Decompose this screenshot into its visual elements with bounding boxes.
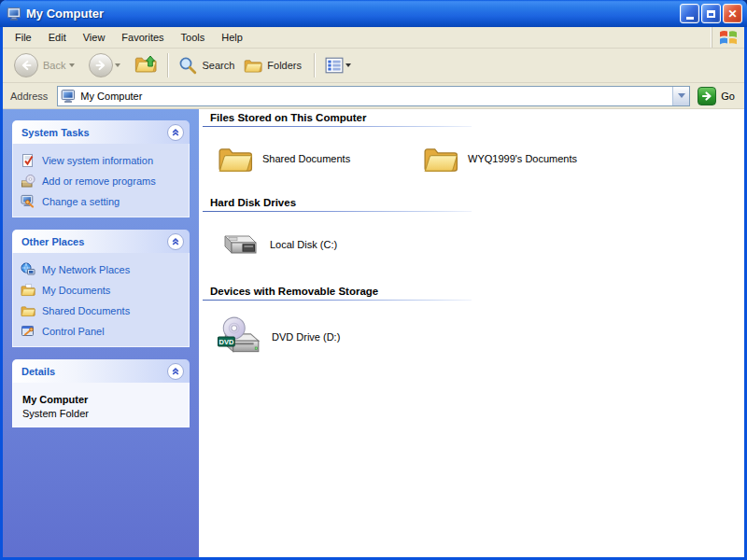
forward-icon (89, 53, 113, 77)
collapse-button[interactable] (167, 363, 184, 380)
add-remove-programs-icon (21, 174, 35, 189)
window-title: My Computer (26, 7, 678, 21)
hard-disk-icon (218, 227, 261, 262)
menu-edit[interactable]: Edit (40, 29, 75, 46)
menu-bar: File Edit View Favorites Tools Help (3, 27, 744, 49)
task-add-or-remove-programs[interactable]: Add or remove programs (21, 173, 181, 189)
details-header[interactable]: Details (12, 359, 190, 383)
chevron-up-icon (171, 237, 180, 246)
chevron-down-icon (678, 93, 685, 98)
section-title-hard-disks: Hard Disk Drives (203, 196, 744, 208)
go-arrow-icon (701, 91, 712, 102)
search-button[interactable]: Search (175, 50, 240, 80)
maximize-icon (707, 10, 715, 18)
menu-view[interactable]: View (75, 29, 114, 46)
up-button[interactable] (131, 50, 161, 80)
folders-label: Folders (267, 60, 302, 71)
menu-file[interactable]: File (7, 29, 40, 46)
address-label: Address (3, 91, 57, 102)
up-folder-icon (134, 55, 157, 76)
item-label: Shared Documents (262, 153, 350, 164)
details-title: Details (21, 366, 167, 377)
dvd-drive-icon: DVD (218, 312, 262, 362)
views-icon (325, 56, 344, 75)
item-local-disk-c[interactable]: Local Disk (C:) (218, 227, 423, 262)
shared-documents-icon (21, 303, 35, 318)
title-bar: My Computer ✕ (0, 0, 747, 27)
other-places-header[interactable]: Other Places (12, 230, 190, 253)
task-change-a-setting[interactable]: Change a setting (21, 193, 181, 209)
link-control-panel[interactable]: Control Panel (21, 323, 181, 339)
item-wyq1999s-documents[interactable]: WYQ1999's Documents (423, 143, 628, 175)
menu-tools[interactable]: Tools (173, 29, 214, 46)
my-documents-icon (21, 283, 35, 298)
link-label: My Documents (42, 285, 110, 296)
collapse-button[interactable] (167, 233, 184, 250)
details-item-type: System Folder (22, 408, 181, 419)
disks-row: Local Disk (C:) (218, 227, 744, 262)
toolbar: Back Search Folders (3, 49, 744, 83)
link-label: Shared Documents (42, 305, 130, 316)
system-tasks-panel: System Tasks View system information (12, 120, 190, 217)
task-label: Change a setting (42, 196, 120, 207)
item-shared-documents[interactable]: Shared Documents (218, 143, 423, 175)
system-tasks-header[interactable]: System Tasks (12, 120, 190, 144)
toolbar-separator (314, 53, 315, 77)
item-dvd-drive-d[interactable]: DVD DVD Drive (D:) (218, 312, 423, 362)
windows-logo-icon (712, 27, 744, 48)
task-view-system-information[interactable]: View system information (21, 152, 181, 168)
link-shared-documents[interactable]: Shared Documents (21, 302, 181, 318)
task-label: Add or remove programs (42, 175, 156, 187)
section-divider (203, 300, 472, 301)
network-places-icon (21, 262, 35, 277)
go-button[interactable] (698, 87, 716, 105)
other-places-body: My Network Places My Documents Shared Do… (12, 253, 190, 347)
link-label: Control Panel (42, 326, 105, 337)
toolbar-separator (167, 53, 168, 77)
search-icon (178, 56, 197, 75)
folders-icon (244, 56, 262, 75)
my-computer-icon (61, 89, 76, 104)
section-divider (203, 126, 472, 127)
minimize-button[interactable] (680, 4, 699, 23)
item-label: DVD Drive (D:) (272, 331, 340, 343)
task-pane-sidebar: System Tasks View system information (3, 109, 199, 557)
section-title-removable: Devices with Removable Storage (203, 285, 744, 297)
details-body: My Computer System Folder (12, 383, 190, 427)
close-button[interactable]: ✕ (723, 4, 742, 23)
close-icon: ✕ (727, 8, 737, 20)
go-area: Go (690, 87, 740, 105)
link-my-documents[interactable]: My Documents (21, 282, 181, 298)
folders-button[interactable]: Folders (240, 50, 307, 80)
files-row: Shared Documents WYQ1999's Documents (218, 143, 744, 175)
content-area: System Tasks View system information (3, 109, 744, 557)
my-computer-window: My Computer ✕ File Edit View Favorites T… (0, 0, 747, 560)
chevron-up-icon (171, 128, 180, 137)
maximize-button[interactable] (701, 4, 721, 23)
search-label: Search (202, 60, 234, 71)
other-places-panel: Other Places My Network Places (12, 230, 190, 347)
details-item-name: My Computer (22, 394, 181, 405)
item-label: Local Disk (C:) (270, 239, 337, 250)
dvd-badge-label: DVD (218, 338, 233, 346)
go-label[interactable]: Go (721, 91, 735, 102)
change-setting-icon (21, 194, 35, 209)
forward-button[interactable] (85, 50, 131, 80)
removable-row: DVD DVD Drive (D:) (218, 312, 744, 362)
chevron-up-icon (171, 367, 180, 376)
back-label: Back (43, 60, 65, 71)
back-dropdown-icon[interactable] (69, 63, 75, 67)
address-dropdown-button[interactable] (672, 87, 689, 105)
back-button[interactable]: Back (10, 50, 85, 80)
control-panel-icon (21, 324, 35, 339)
system-tasks-body: View system information Add or remove pr… (12, 144, 190, 217)
collapse-button[interactable] (167, 124, 184, 141)
section-divider (203, 211, 472, 212)
address-input[interactable]: My Computer (57, 86, 690, 106)
menu-favorites[interactable]: Favorites (113, 29, 172, 46)
menu-help[interactable]: Help (213, 29, 251, 46)
views-button[interactable] (321, 50, 361, 80)
link-my-network-places[interactable]: My Network Places (21, 261, 181, 277)
forward-dropdown-icon[interactable] (115, 63, 120, 67)
system-tasks-title: System Tasks (21, 127, 167, 138)
